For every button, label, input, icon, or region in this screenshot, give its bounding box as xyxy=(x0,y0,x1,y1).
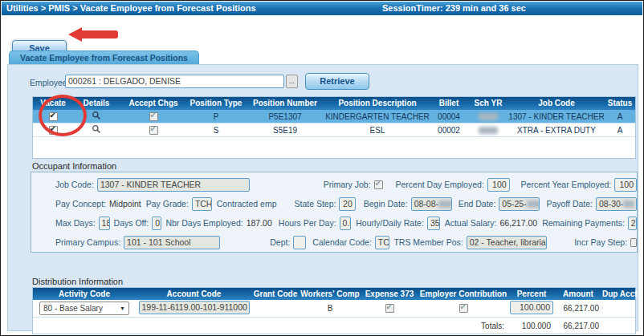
begin-date-label: Begin Date: xyxy=(364,199,408,208)
annotation-circle-icon xyxy=(39,95,87,136)
pay-grade-label: Pay Grade: xyxy=(146,199,189,208)
cell-position-description: ESL xyxy=(325,126,430,135)
table-row[interactable]: 80 - Base Salary ▼ 199-11-6119.00-101-91… xyxy=(33,300,635,318)
cell-billet: 00004 xyxy=(430,112,468,121)
hourly-rate-field[interactable]: 354.100 xyxy=(427,217,440,230)
col-expense-373: Expense 373 xyxy=(361,288,418,300)
nbr-days-value: 187.00 xyxy=(247,218,272,228)
state-step-field[interactable]: 20 xyxy=(339,197,355,211)
percent-year-label: Percent Year Employed: xyxy=(521,180,612,189)
col-sch-yr: Sch YR xyxy=(468,97,508,110)
employee-label: Employee: xyxy=(30,78,70,87)
app-window: Utilities > PMIS > Vacate Employee from … xyxy=(0,0,644,336)
calendar-code-label: Calendar Code: xyxy=(312,237,372,247)
percent-year-field[interactable]: 100 xyxy=(614,178,637,192)
sch-yr-redacted xyxy=(479,113,498,120)
table-row[interactable]: P P5E1307 KINDERGARTEN TEACHER 00004 130… xyxy=(33,110,635,123)
annotation-arrow-icon xyxy=(68,27,120,42)
col-billet: Billet xyxy=(430,97,468,110)
col-job-code: Job Code xyxy=(508,97,605,110)
positions-grid-header: Vacate Details Accept Chgs Position Type… xyxy=(33,97,635,110)
session-timer: SessionTimer: 239 min and 36 sec xyxy=(382,2,526,15)
expense-373-checkbox[interactable] xyxy=(385,304,394,313)
sch-yr-redacted xyxy=(479,127,498,134)
date-redacted xyxy=(527,200,540,208)
remaining-payments-label: Remaining Payments: xyxy=(542,218,625,228)
hours-per-day-field[interactable]: 0.000 xyxy=(340,217,352,230)
job-code-field: 1307 - KINDER TEACHER xyxy=(97,178,250,192)
days-off-field[interactable]: 0.0 xyxy=(152,217,161,230)
percent-day-label: Percent Day Employed: xyxy=(396,180,484,189)
max-days-field[interactable]: 187.0 xyxy=(99,217,110,230)
col-grant-code: Grant Code xyxy=(252,288,299,300)
percent-field[interactable]: 100.000 xyxy=(510,301,553,314)
hours-per-day-label: Hours Per Day: xyxy=(279,218,336,228)
top-bar: Utilities > PMIS > Vacate Employee from … xyxy=(2,2,642,15)
primary-campus-label: Primary Campus: xyxy=(55,237,120,247)
incr-pay-step-checkbox[interactable] xyxy=(630,238,637,247)
occupant-section-title: Occupant Information xyxy=(32,161,116,171)
positions-grid: Vacate Details Accept Chgs Position Type… xyxy=(32,96,636,159)
pay-grade-field[interactable]: TCH xyxy=(192,197,212,211)
actual-salary-label: Actual Salary: xyxy=(445,218,497,228)
cell-job-code: 1307 - KINDER TEACHER xyxy=(508,112,605,121)
cell-billet: 00002 xyxy=(430,126,468,135)
cell-position-number: P5E1307 xyxy=(245,112,325,121)
col-position-number: Position Number xyxy=(245,97,325,110)
cell-position-description: KINDERGARTEN TEACHER xyxy=(325,112,430,121)
cell-workers-comp: B xyxy=(299,304,361,313)
activity-code-select[interactable]: 80 - Base Salary ▼ xyxy=(39,302,129,315)
employee-input[interactable]: 000261 : DELGADO, DENISE xyxy=(65,75,284,88)
employer-contribution-checkbox[interactable] xyxy=(459,304,468,313)
col-position-type: Position Type xyxy=(187,97,245,110)
calendar-code-field[interactable]: TC xyxy=(375,236,390,249)
totals-amount: 66,217.00 xyxy=(554,322,602,330)
begin-date-field[interactable]: 08-08- xyxy=(411,197,452,211)
accept-chgs-checkbox[interactable] xyxy=(149,126,158,135)
totals-percent: 100.000 xyxy=(509,322,554,330)
tab-vacate-employee[interactable]: Vacate Employee from Forecast Positions xyxy=(9,51,199,64)
max-days-label: Max Days: xyxy=(55,218,96,228)
actual-salary-value: 66,217.00 xyxy=(499,218,537,228)
employee-browse-button[interactable]: ... xyxy=(286,75,298,88)
distribution-grid-header: Activity Code Account Code Grant Code Wo… xyxy=(33,288,635,300)
occupant-info-box: Job Code: 1307 - KINDER TEACHER Primary … xyxy=(31,172,638,253)
primary-campus-field: 101 - 101 School xyxy=(124,236,220,249)
col-accept-chgs: Accept Chgs xyxy=(120,97,187,110)
col-activity-code: Activity Code xyxy=(33,288,136,300)
breadcrumb: Utilities > PMIS > Vacate Employee from … xyxy=(6,2,256,15)
col-amount: Amount xyxy=(554,288,602,300)
cell-job-code: XTRA - EXTRA DUTY xyxy=(508,126,605,135)
retrieve-button[interactable]: Retrieve xyxy=(305,73,369,90)
distribution-grid: Activity Code Account Code Grant Code Wo… xyxy=(32,287,636,334)
trs-member-pos-label: TRS Member Pos: xyxy=(393,237,463,247)
end-date-field[interactable]: 05-25- xyxy=(499,197,540,211)
distribution-section-title: Distribution Information xyxy=(32,277,123,286)
payoff-date-field[interactable]: 08-30- xyxy=(596,197,637,211)
cell-position-number: S5E19 xyxy=(245,126,325,135)
col-status: Status xyxy=(605,97,635,110)
payoff-date-label: Payoff Date: xyxy=(546,199,593,208)
cell-position-type: S xyxy=(187,126,245,135)
date-redacted xyxy=(623,200,634,208)
col-workers-comp: Workers' Comp xyxy=(299,288,361,300)
remaining-payments-field[interactable]: 24 xyxy=(628,217,637,230)
accept-chgs-checkbox[interactable] xyxy=(149,112,158,121)
job-code-label: Job Code: xyxy=(55,180,94,189)
pay-concept-value: Midpoint xyxy=(109,199,141,208)
nbr-days-label: Nbr Days Employed: xyxy=(165,218,243,228)
dept-field[interactable] xyxy=(293,236,306,249)
primary-job-checkbox[interactable] xyxy=(374,180,383,189)
main-panel: Employee: 000261 : DELGADO, DENISE ... R… xyxy=(7,64,638,331)
cell-amount: 66,217.00 xyxy=(554,304,602,313)
date-redacted xyxy=(438,200,452,208)
percent-day-field[interactable]: 100 xyxy=(487,178,510,192)
account-code-field[interactable]: 199-11-6119.00-101-911000 xyxy=(139,301,250,314)
trs-member-pos-field: 02 - Teacher, librarian xyxy=(467,236,547,249)
primary-job-label: Primary Job: xyxy=(324,180,371,189)
state-step-label: State Step: xyxy=(295,199,336,208)
hourly-rate-label: Hourly/Daily Rate: xyxy=(356,218,424,228)
totals-label: Totals: xyxy=(418,322,509,330)
table-row[interactable]: S S5E19 ESL 00002 XTRA - EXTRA DUTY A xyxy=(33,123,635,137)
cell-status: A xyxy=(605,126,635,135)
